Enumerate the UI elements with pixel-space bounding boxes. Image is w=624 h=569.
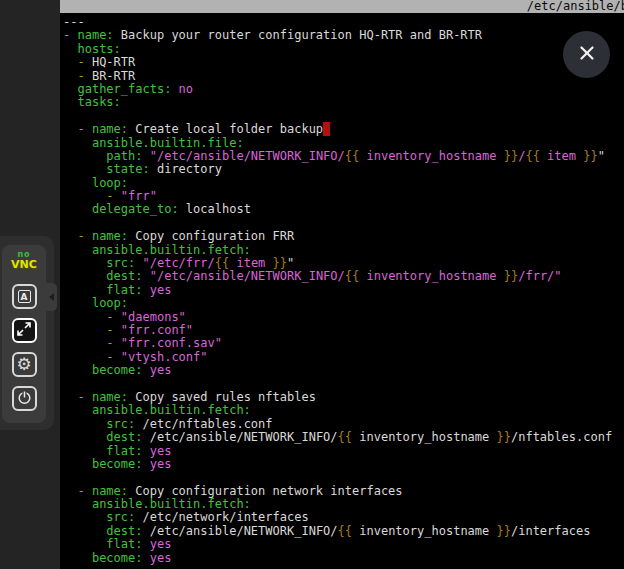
editor-line — [63, 471, 624, 484]
nano-titlebar: GNU nano 7.2 /etc/ansible/b — [60, 0, 624, 13]
novnc-logo: no VNC — [11, 251, 37, 270]
editor-line: - name: Copy configuration network inter… — [63, 485, 624, 498]
vnc-desktop: GNU nano 7.2 /etc/ansible/b ---- name: B… — [0, 0, 624, 569]
terminal-window: GNU nano 7.2 /etc/ansible/b ---- name: B… — [60, 0, 624, 569]
editor-line: flat: yes — [63, 538, 624, 551]
fullscreen-icon — [17, 322, 31, 339]
editor-line: become: yes — [63, 458, 624, 471]
editor-line: path: "/etc/ansible/NETWORK_INFO/{{ inve… — [63, 150, 624, 163]
novnc-buttons: A ⚙ — [12, 284, 37, 411]
fullscreen-button[interactable] — [12, 318, 37, 343]
editor-line: tasks: — [63, 96, 624, 109]
editor-line: flat: yes — [63, 284, 624, 297]
editor-line: - name: Backup your router configuration… — [63, 29, 624, 42]
editor-line: - "frr.conf.sav" — [63, 337, 624, 350]
editor-line: ansible.builtin.fetch: — [63, 498, 624, 511]
nano-version-title: GNU nano 7.2 — [103, 12, 202, 13]
editor-line: dest: /etc/ansible/NETWORK_INFO/{{ inven… — [63, 431, 624, 444]
editor-line: hosts: — [63, 43, 624, 56]
editor-line: - "daemons" — [63, 311, 624, 324]
editor-line: become: yes — [63, 364, 624, 377]
editor-line — [63, 217, 624, 230]
editor-line: ansible.builtin.fetch: — [63, 244, 624, 257]
editor-line: - "frr" — [63, 190, 624, 203]
editor-line: - BR-RTR — [63, 70, 624, 83]
editor-line: src: "/etc/frr/{{ item }}" — [63, 257, 624, 270]
editor-line: ansible.builtin.fetch: — [63, 404, 624, 417]
editor-line: state: directory — [63, 163, 624, 176]
editor-content[interactable]: ---- name: Backup your router configurat… — [60, 13, 624, 565]
editor-line: loop: — [63, 177, 624, 190]
editor-line: - HQ-RTR — [63, 56, 624, 69]
disconnect-button[interactable] — [12, 386, 37, 411]
editor-line: gather_facts: no — [63, 83, 624, 96]
editor-line: ansible.builtin.file: — [63, 137, 624, 150]
editor-line: src: /etc/nftables.conf — [63, 418, 624, 431]
editor-line: delegate_to: localhost — [63, 203, 624, 216]
editor-line: become: yes — [63, 552, 624, 565]
extra-keys-button[interactable]: A — [12, 284, 37, 309]
editor-line: - name: Copy configuration FRR — [63, 230, 624, 243]
editor-line: dest: /etc/ansible/NETWORK_INFO/{{ inven… — [63, 525, 624, 538]
editor-line: - "frr.conf" — [63, 324, 624, 337]
novnc-logo-vnc: VNC — [11, 259, 37, 270]
editor-line — [63, 378, 624, 391]
novnc-control-bar: no VNC A ⚙ — [2, 245, 46, 423]
editor-line: - name: Copy saved rules nftables — [63, 391, 624, 404]
collapse-arrow-icon — [49, 293, 54, 301]
nano-file-path: /etc/ansible/b — [527, 0, 624, 13]
close-icon — [578, 44, 596, 65]
editor-line: loop: — [63, 297, 624, 310]
editor-line: - name: Create local folder backup — [63, 123, 624, 136]
close-button[interactable] — [563, 31, 610, 78]
control-bar-handle[interactable] — [46, 283, 57, 311]
editor-line: - "vtysh.conf" — [63, 351, 624, 364]
gear-icon: ⚙ — [16, 356, 31, 373]
a-key-icon: A — [18, 290, 31, 303]
editor-line: src: /etc/network/interfaces — [63, 511, 624, 524]
editor-line — [63, 110, 624, 123]
editor-line: dest: "/etc/ansible/NETWORK_INFO/{{ inve… — [63, 270, 624, 283]
editor-line: --- — [63, 16, 624, 29]
editor-line: flat: yes — [63, 445, 624, 458]
power-icon — [17, 390, 32, 408]
settings-button[interactable]: ⚙ — [12, 352, 37, 377]
